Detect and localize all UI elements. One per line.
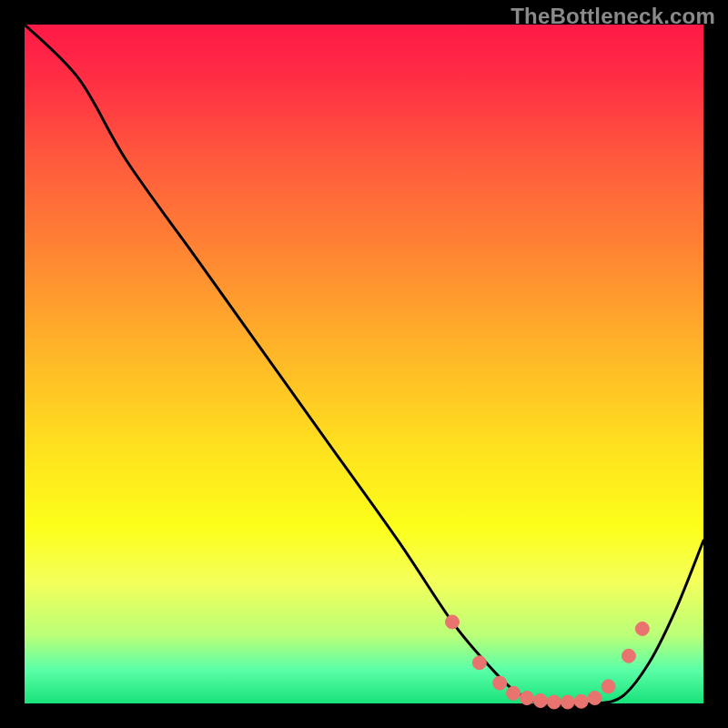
bottleneck-curve: [25, 25, 703, 704]
valley-marker: [533, 694, 547, 708]
valley-markers: [445, 615, 649, 709]
chart-svg: [25, 25, 703, 703]
valley-marker: [445, 615, 459, 629]
valley-marker: [472, 656, 486, 670]
valley-marker: [561, 695, 574, 709]
chart-frame: [25, 25, 703, 703]
watermark-text: TheBottleneck.com: [511, 4, 715, 29]
valley-marker: [521, 692, 534, 705]
valley-marker: [507, 686, 521, 700]
valley-marker: [602, 680, 615, 693]
valley-marker: [574, 694, 588, 708]
valley-marker: [588, 692, 602, 705]
valley-marker: [493, 676, 507, 690]
valley-marker: [635, 622, 649, 635]
valley-marker: [622, 649, 635, 662]
valley-marker: [547, 695, 561, 709]
